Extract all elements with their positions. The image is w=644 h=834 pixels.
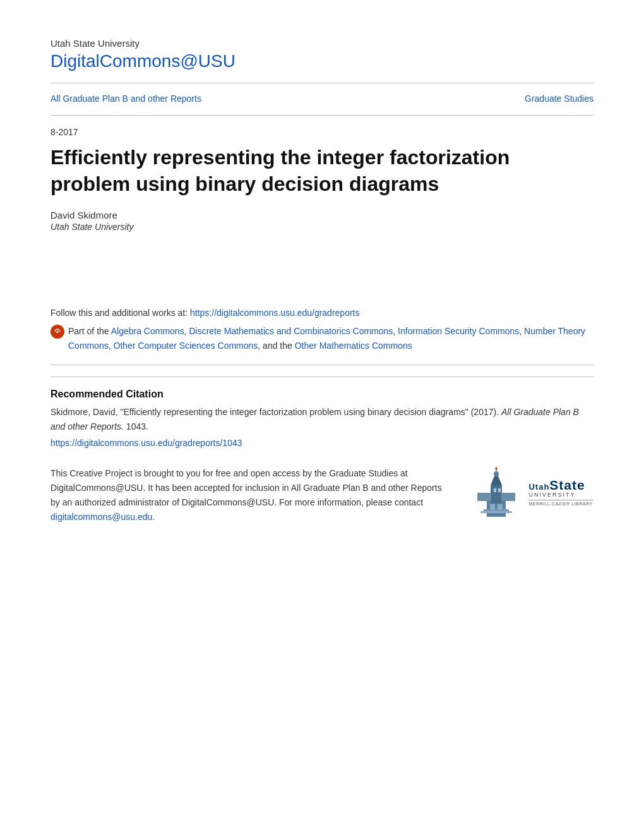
svg-rect-7 [477, 493, 491, 501]
footer-body: This Creative Project is brought to you … [51, 468, 442, 507]
svg-rect-2 [487, 501, 506, 517]
merrill-text: MERRILL-CAZIER LIBRARY [528, 500, 592, 506]
recommended-body-text: Skidmore, David, "Efficiently representi… [51, 407, 501, 417]
follow-link[interactable]: https://digitalcommons.usu.edu/gradrepor… [190, 308, 359, 318]
part-of-section: Part of the Algebra Commons, Discrete Ma… [51, 324, 593, 353]
university-name: Utah State University [51, 38, 593, 49]
spacer [51, 232, 593, 308]
author-affiliation: Utah State University [51, 222, 593, 232]
header-divider [51, 83, 593, 83]
svg-marker-13 [495, 466, 498, 469]
svg-rect-10 [498, 488, 501, 492]
recommended-url[interactable]: https://digitalcommons.usu.edu/gradrepor… [51, 438, 242, 448]
author-name: David Skidmore [51, 210, 593, 221]
university-text: University [528, 492, 575, 498]
svg-rect-8 [501, 493, 515, 501]
digital-commons-link[interactable]: DigitalCommons@USU [51, 51, 236, 71]
follow-text: Follow this and additional works at: [51, 308, 190, 318]
logo-container: UtahState University MERRILL-CAZIER LIBR… [468, 466, 592, 517]
algebra-commons-link[interactable]: Algebra Commons [111, 326, 184, 336]
breadcrumb-left-link[interactable]: All Graduate Plan B and other Reports [51, 94, 201, 104]
footer-email-link[interactable]: digitalcommons@usu.edu [51, 512, 152, 522]
other-math-commons-link[interactable]: Other Mathematics Commons [295, 341, 412, 351]
info-security-commons-link[interactable]: Information Security Commons [398, 326, 519, 336]
logo-building-icon [468, 466, 525, 517]
svg-rect-5 [491, 485, 502, 503]
recommended-divider [51, 365, 593, 365]
date-label: 8-2017 [51, 127, 593, 137]
utah-text: UtahState [528, 478, 585, 493]
part-of-text: Part of the Algebra Commons, Discrete Ma… [68, 324, 593, 353]
svg-rect-14 [484, 509, 509, 511]
graduate-studies-link[interactable]: Graduate Studies [525, 94, 593, 104]
recommended-number: 1043. [124, 421, 148, 432]
svg-point-11 [494, 471, 499, 476]
footer-section: This Creative Project is brought to you … [51, 466, 593, 524]
computer-sciences-commons-link[interactable]: Other Computer Sciences Commons [114, 341, 258, 351]
bepress-icon [51, 325, 64, 339]
footer-text: This Creative Project is brought to you … [51, 466, 467, 524]
page-title: Efficiently representing the integer fac… [51, 145, 593, 197]
follow-section: Follow this and additional works at: htt… [51, 308, 593, 318]
svg-rect-15 [480, 511, 512, 513]
breadcrumb: All Graduate Plan B and other Reports Gr… [51, 94, 593, 104]
recommended-citation-section: Recommended Citation Skidmore, David, "E… [51, 377, 593, 449]
footer-suffix: . [152, 512, 155, 522]
discrete-math-commons-link[interactable]: Discrete Mathematics and Combinatorics C… [189, 326, 393, 336]
usu-logo: UtahState University MERRILL-CAZIER LIBR… [467, 466, 593, 517]
svg-rect-9 [494, 488, 496, 492]
logo-text-block: UtahState University MERRILL-CAZIER LIBR… [528, 478, 592, 506]
recommended-body: Skidmore, David, "Efficiently representi… [51, 405, 593, 433]
recommended-title: Recommended Citation [51, 389, 593, 400]
logo-row: UtahState University MERRILL-CAZIER LIBR… [468, 466, 592, 517]
breadcrumb-divider [51, 115, 593, 116]
